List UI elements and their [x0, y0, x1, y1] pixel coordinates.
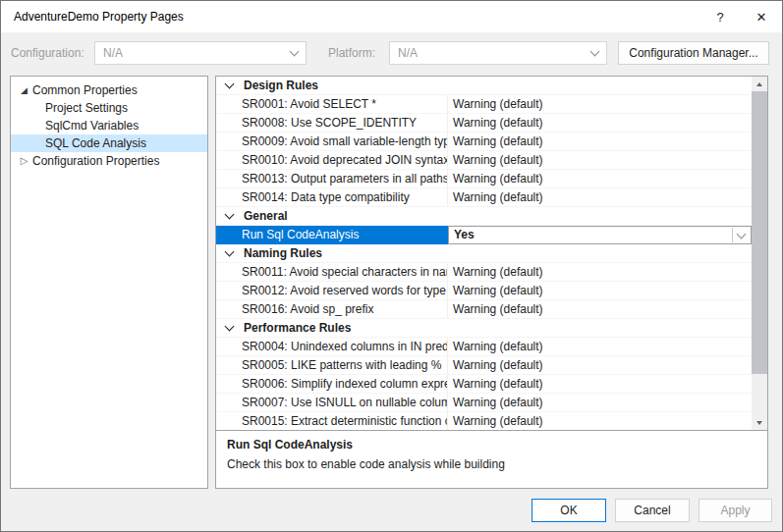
- property-value[interactable]: Warning (default): [448, 282, 752, 300]
- property-name[interactable]: SR0010: Avoid deprecated JOIN syntax: [216, 151, 448, 170]
- description-panel: Run Sql CodeAnalysis Check this box to e…: [215, 430, 768, 489]
- titlebar: AdventureDemo Property Pages ? ✕: [1, 1, 782, 32]
- property-value-text: Warning (default): [453, 116, 543, 130]
- chevron-down-icon: [290, 47, 300, 57]
- tree-item-project-settings[interactable]: Project Settings: [11, 99, 207, 117]
- property-value-text: Warning (default): [453, 153, 543, 167]
- property-name[interactable]: SR0012: Avoid reserved words for type n: [216, 282, 448, 300]
- configuration-value: N/A: [103, 46, 291, 60]
- tree-item-configuration-properties[interactable]: ▷Configuration Properties: [11, 152, 207, 170]
- tree-collapsed-icon[interactable]: ▷: [17, 152, 31, 170]
- category-row-general[interactable]: General: [216, 207, 752, 226]
- property-value[interactable]: Warning (default): [448, 356, 752, 375]
- property-name[interactable]: SR0005: LIKE patterns with leading %: [216, 356, 448, 375]
- property-value-text: Warning (default): [453, 265, 543, 279]
- property-row-sr0014[interactable]: SR0014: Data type compatibilityWarning (…: [216, 188, 752, 207]
- scroll-up-button[interactable]: [752, 77, 767, 91]
- property-value[interactable]: Warning (default): [448, 114, 752, 133]
- property-value[interactable]: Warning (default): [448, 338, 752, 356]
- help-icon: ?: [716, 10, 723, 25]
- category-row-naming-rules[interactable]: Naming Rules: [216, 244, 752, 263]
- property-value[interactable]: Warning (default): [448, 412, 752, 431]
- property-row-sr0007[interactable]: SR0007: Use ISNULL on nullable columnWar…: [216, 394, 752, 412]
- value-dropdown-button[interactable]: [732, 228, 750, 242]
- property-name[interactable]: SR0008: Use SCOPE_IDENTITY: [216, 114, 448, 133]
- property-row-sr0012[interactable]: SR0012: Avoid reserved words for type nW…: [216, 282, 752, 300]
- close-button[interactable]: ✕: [741, 1, 782, 32]
- property-name[interactable]: SR0015: Extract deterministic function c…: [216, 412, 448, 431]
- configuration-dropdown[interactable]: N/A: [94, 41, 307, 65]
- property-row-run-sql-codeanalysis[interactable]: Run Sql CodeAnalysisYes: [216, 226, 752, 244]
- chevron-down-icon: [737, 230, 747, 239]
- property-name[interactable]: SR0016: Avoid sp_ prefix: [216, 300, 448, 319]
- scroll-down-button[interactable]: [752, 415, 767, 430]
- configuration-manager-button[interactable]: Configuration Manager...: [618, 41, 769, 65]
- property-name[interactable]: SR0013: Output parameters in all paths: [216, 170, 448, 188]
- help-button[interactable]: ?: [699, 1, 741, 32]
- platform-label: Platform:: [328, 46, 375, 60]
- property-name[interactable]: SR0009: Avoid small variable-length typ: [216, 133, 448, 151]
- property-row-sr0010[interactable]: SR0010: Avoid deprecated JOIN syntaxWarn…: [216, 151, 752, 170]
- category-label: Performance Rules: [244, 321, 351, 335]
- properties-tree: ◢Common PropertiesProject SettingsSqlCmd…: [10, 76, 208, 489]
- scrollbar-thumb[interactable]: [752, 91, 767, 374]
- property-row-sr0004[interactable]: SR0004: Unindexed columns in IN predicWa…: [216, 338, 752, 356]
- cancel-button[interactable]: Cancel: [615, 499, 690, 522]
- property-row-sr0006[interactable]: SR0006: Simplify indexed column expresWa…: [216, 375, 752, 394]
- property-value-text: Warning (default): [453, 358, 543, 372]
- property-name[interactable]: SR0011: Avoid special characters in nam: [216, 263, 448, 282]
- category-collapse-icon[interactable]: [225, 210, 235, 220]
- property-row-sr0001[interactable]: SR0001: Avoid SELECT *Warning (default): [216, 95, 752, 114]
- tree-item-label: Project Settings: [44, 99, 128, 117]
- property-row-sr0008[interactable]: SR0008: Use SCOPE_IDENTITYWarning (defau…: [216, 114, 752, 133]
- property-name[interactable]: SR0007: Use ISNULL on nullable column: [216, 394, 448, 412]
- property-value[interactable]: Warning (default): [448, 300, 752, 319]
- property-value[interactable]: Warning (default): [448, 375, 752, 394]
- titlebar-buttons: ? ✕: [699, 1, 782, 32]
- tree-item-sqlcmd-variables[interactable]: SqlCmd Variables: [11, 117, 207, 134]
- property-name[interactable]: SR0006: Simplify indexed column expres: [216, 375, 448, 394]
- property-value[interactable]: Warning (default): [448, 263, 752, 282]
- platform-dropdown[interactable]: N/A: [389, 41, 607, 65]
- property-value[interactable]: Warning (default): [448, 133, 752, 151]
- category-collapse-icon[interactable]: [225, 322, 235, 332]
- category-collapse-icon[interactable]: [225, 247, 235, 257]
- property-value[interactable]: Yes: [448, 226, 752, 244]
- ok-button[interactable]: OK: [531, 499, 606, 522]
- configuration-label: Configuration:: [11, 46, 84, 60]
- property-row-sr0005[interactable]: SR0005: LIKE patterns with leading %Warn…: [216, 356, 752, 375]
- property-value-text: Warning (default): [453, 190, 543, 204]
- property-value-text: Warning (default): [453, 284, 543, 297]
- property-row-sr0015[interactable]: SR0015: Extract deterministic function c…: [216, 412, 752, 431]
- apply-button[interactable]: Apply: [699, 499, 772, 522]
- tree-item-sql-code-analysis[interactable]: SQL Code Analysis: [11, 134, 207, 152]
- description-title: Run Sql CodeAnalysis: [227, 438, 756, 452]
- property-value-text: Warning (default): [453, 396, 543, 409]
- property-row-sr0011[interactable]: SR0011: Avoid special characters in namW…: [216, 263, 752, 282]
- category-row-design-rules[interactable]: Design Rules: [216, 77, 752, 95]
- property-name[interactable]: SR0001: Avoid SELECT *: [216, 95, 448, 114]
- property-value[interactable]: Warning (default): [448, 151, 752, 170]
- property-value[interactable]: Warning (default): [448, 95, 752, 114]
- property-value[interactable]: Warning (default): [448, 188, 752, 207]
- chevron-down-icon: [590, 47, 600, 57]
- property-value[interactable]: Warning (default): [448, 394, 752, 412]
- property-row-sr0016[interactable]: SR0016: Avoid sp_ prefixWarning (default…: [216, 300, 752, 319]
- tree-item-label: SqlCmd Variables: [44, 117, 139, 134]
- grid-scrollbar[interactable]: [752, 77, 767, 430]
- property-value[interactable]: Warning (default): [448, 170, 752, 188]
- tree-item-label: Configuration Properties: [31, 152, 159, 170]
- property-name[interactable]: SR0004: Unindexed columns in IN predic: [216, 338, 448, 356]
- category-label: Design Rules: [244, 79, 318, 92]
- tree-item-label: SQL Code Analysis: [44, 134, 146, 152]
- property-name[interactable]: SR0014: Data type compatibility: [216, 188, 448, 207]
- property-row-sr0009[interactable]: SR0009: Avoid small variable-length typW…: [216, 133, 752, 151]
- property-row-sr0013[interactable]: SR0013: Output parameters in all pathsWa…: [216, 170, 752, 188]
- property-name[interactable]: Run Sql CodeAnalysis: [216, 226, 448, 244]
- category-collapse-icon[interactable]: [225, 80, 235, 89]
- tree-item-common-properties[interactable]: ◢Common Properties: [11, 81, 207, 99]
- property-value-text: Warning (default): [453, 340, 543, 353]
- tree-expanded-icon[interactable]: ◢: [17, 81, 31, 99]
- property-value-text: Warning (default): [453, 172, 543, 186]
- category-row-performance-rules[interactable]: Performance Rules: [216, 319, 752, 338]
